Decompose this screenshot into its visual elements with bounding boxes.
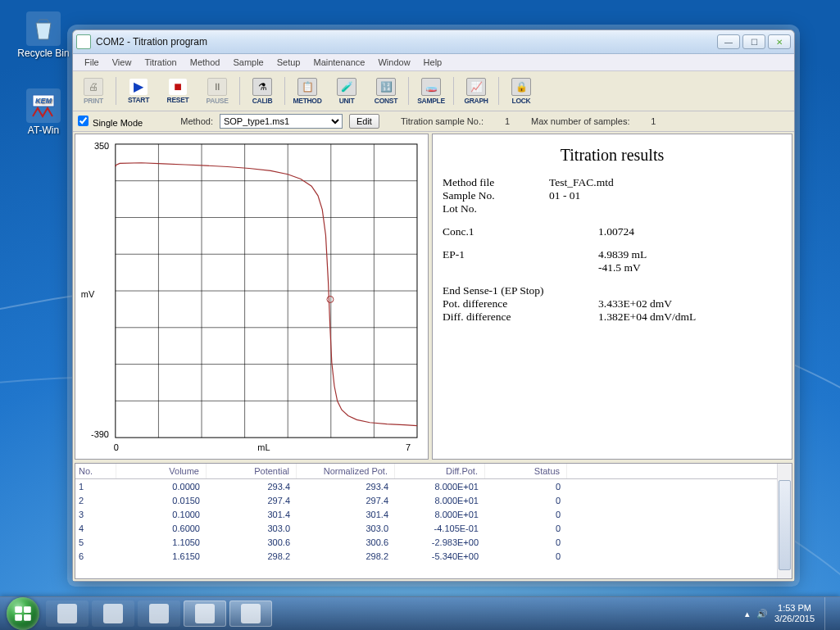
minimize-button[interactable]: — bbox=[717, 34, 740, 49]
diff-diff-label: Diff. difference bbox=[443, 310, 549, 324]
start-button[interactable] bbox=[7, 597, 39, 630]
table-header-cell[interactable]: Diff.Pot. bbox=[395, 464, 485, 478]
start-button[interactable]: ▶START bbox=[120, 74, 157, 108]
table-header-cell[interactable]: No. bbox=[75, 464, 116, 478]
pot-diff-value: 3.433E+02 dmV bbox=[549, 297, 782, 310]
table-cell: 0.1000 bbox=[116, 507, 207, 521]
table-header-cell[interactable]: Potential bbox=[207, 464, 297, 478]
graph-button[interactable]: 📈GRAPH bbox=[457, 74, 495, 108]
table-cell: 8.000E+01 bbox=[395, 479, 485, 493]
menu-sample[interactable]: Sample bbox=[226, 56, 270, 69]
file-explorer-icon bbox=[103, 604, 123, 623]
print-button: 🖨PRINT bbox=[75, 74, 112, 108]
close-button[interactable]: ✕ bbox=[768, 34, 791, 49]
reset-icon: ■ bbox=[169, 79, 187, 95]
start-label: START bbox=[128, 96, 149, 104]
taskbar-ie-button[interactable] bbox=[46, 601, 89, 627]
window-titlebar[interactable]: COM2 - Titration program — ☐ ✕ bbox=[73, 30, 794, 54]
table-row[interactable]: 30.1000301.4301.48.000E+010 bbox=[75, 507, 792, 521]
method-file-label: Method file bbox=[443, 176, 549, 189]
taskbar-explorer-button[interactable] bbox=[92, 601, 134, 627]
table-row[interactable]: 61.6150298.2298.2-5.340E+000 bbox=[75, 549, 792, 563]
unit-button[interactable]: 🧪UNIT bbox=[328, 74, 366, 108]
method-button[interactable]: 📋METHOD bbox=[288, 74, 326, 108]
media-player-icon bbox=[149, 604, 169, 623]
single-mode-label: Single Mode bbox=[93, 118, 143, 128]
table-row[interactable]: 20.0150297.4297.48.000E+010 bbox=[75, 493, 792, 507]
taskbar-wmp-button[interactable] bbox=[138, 601, 180, 627]
table-scrollbar-track[interactable] bbox=[777, 464, 792, 578]
y-max-tick: 350 bbox=[94, 141, 109, 151]
titration-sample-label: Titration sample No.: bbox=[401, 116, 484, 126]
menu-method[interactable]: Method bbox=[184, 56, 227, 69]
sample-button[interactable]: 🧫SAMPLE bbox=[412, 74, 450, 108]
single-mode-checkbox[interactable] bbox=[78, 116, 89, 126]
calib-button[interactable]: ⚗CALIB bbox=[243, 74, 281, 108]
results-title: Titration results bbox=[443, 146, 782, 165]
edit-button[interactable]: Edit bbox=[349, 114, 379, 129]
menu-view[interactable]: View bbox=[106, 56, 138, 69]
menu-maintenance[interactable]: Maintenance bbox=[306, 56, 371, 69]
results-panel: Titration results Method fileTest_FAC.mt… bbox=[432, 134, 792, 460]
graph-panel[interactable]: 350 -390 0 7 mL mV bbox=[75, 134, 429, 460]
table-cell: 0 bbox=[485, 521, 567, 535]
menu-titration[interactable]: Titration bbox=[138, 56, 183, 69]
ep1-mv-value: -41.5 mV bbox=[549, 261, 782, 274]
menu-window[interactable]: Window bbox=[371, 56, 416, 69]
toolbar-separator bbox=[408, 77, 409, 105]
desktop-icon-at-win[interactable]: KEM AT-Win bbox=[15, 88, 72, 136]
taskbar-titr-button[interactable] bbox=[229, 601, 272, 627]
table-header-cell[interactable]: Normalized Pot. bbox=[297, 464, 395, 478]
data-table[interactable]: No.VolumePotentialNormalized Pot.Diff.Po… bbox=[75, 463, 792, 579]
titration-curve-chart: 350 -390 0 7 mL mV bbox=[75, 134, 428, 459]
taskbar-atwin-button[interactable] bbox=[184, 601, 226, 627]
single-mode-checkbox-wrap[interactable]: Single Mode bbox=[78, 116, 143, 128]
table-cell: 8.000E+01 bbox=[395, 507, 485, 521]
pause-icon: ⏸ bbox=[207, 78, 227, 96]
table-scrollbar-thumb[interactable] bbox=[779, 480, 791, 570]
taskbar-clock[interactable]: 1:53 PM 3/26/2015 bbox=[774, 603, 815, 624]
menu-help[interactable]: Help bbox=[417, 56, 449, 69]
table-header-cell[interactable]: Volume bbox=[116, 464, 207, 478]
table-row[interactable]: 51.1050300.6300.6-2.983E+000 bbox=[75, 535, 792, 549]
sample-no-label: Sample No. bbox=[443, 189, 549, 202]
desktop-icon-recycle-bin[interactable]: Recycle Bin bbox=[15, 11, 72, 59]
table-cell: 0 bbox=[485, 535, 567, 549]
pause-label: PAUSE bbox=[206, 97, 228, 105]
print-label: PRINT bbox=[84, 97, 103, 105]
tray-chevron-icon[interactable]: ▴ bbox=[745, 609, 750, 619]
menu-file[interactable]: File bbox=[78, 56, 106, 69]
endpoint-marker bbox=[327, 296, 334, 302]
table-header-cell[interactable]: Status bbox=[485, 464, 567, 478]
volume-icon[interactable]: 🔊 bbox=[756, 609, 768, 619]
table-cell: 298.2 bbox=[207, 549, 297, 563]
toolbar-separator bbox=[239, 77, 240, 105]
table-cell: 293.4 bbox=[207, 479, 297, 493]
recycle-bin-icon bbox=[26, 11, 61, 46]
atwin-icon: KEM bbox=[26, 88, 61, 123]
svg-rect-18 bbox=[15, 614, 22, 621]
maximize-button[interactable]: ☐ bbox=[742, 34, 765, 49]
y-min-tick: -390 bbox=[91, 429, 109, 439]
method-select[interactable]: SOP_type1.ms1 bbox=[220, 114, 343, 129]
menu-setup[interactable]: Setup bbox=[270, 56, 307, 69]
table-row[interactable]: 10.0000293.4293.48.000E+010 bbox=[75, 479, 792, 493]
desktop-icon-label: AT-Win bbox=[28, 125, 59, 136]
main-toolbar: 🖨PRINT▶START■RESET⏸PAUSE⚗CALIB📋METHOD🧪UN… bbox=[73, 71, 794, 111]
lock-button[interactable]: 🔒LOCK bbox=[502, 74, 540, 108]
graph-icon: 📈 bbox=[466, 78, 486, 96]
table-cell: 0.0000 bbox=[116, 479, 207, 493]
system-tray[interactable]: ▴ 🔊 1:53 PM 3/26/2015 bbox=[745, 597, 833, 630]
show-desktop-button[interactable] bbox=[824, 597, 833, 630]
titration-app-window: COM2 - Titration program — ☐ ✕ FileViewT… bbox=[72, 29, 795, 582]
method-icon: 📋 bbox=[297, 78, 317, 96]
table-cell: 303.0 bbox=[207, 521, 297, 535]
const-button[interactable]: 🔢CONST bbox=[367, 74, 405, 108]
reset-button[interactable]: ■RESET bbox=[159, 74, 197, 108]
method-file-value: Test_FAC.mtd bbox=[549, 176, 782, 189]
table-cell: 0.6000 bbox=[116, 521, 207, 535]
table-cell: -5.340E+00 bbox=[395, 549, 485, 563]
table-cell: 300.6 bbox=[207, 535, 297, 549]
table-row[interactable]: 40.6000303.0303.0-4.105E-010 bbox=[75, 521, 792, 535]
table-cell: 0 bbox=[485, 493, 567, 507]
